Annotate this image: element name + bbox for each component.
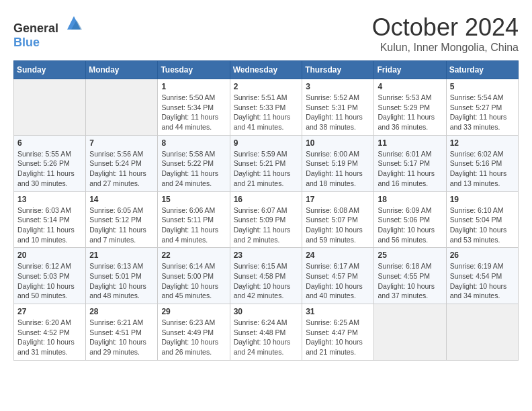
calendar-cell: 17Sunrise: 6:08 AM Sunset: 5:07 PM Dayli… bbox=[302, 191, 374, 248]
day-detail: Sunrise: 6:20 AM Sunset: 4:52 PM Dayligh… bbox=[17, 318, 82, 357]
calendar-week-3: 13Sunrise: 6:03 AM Sunset: 5:14 PM Dayli… bbox=[14, 191, 519, 248]
day-detail: Sunrise: 6:02 AM Sunset: 5:16 PM Dayligh… bbox=[450, 149, 515, 189]
calendar-week-5: 27Sunrise: 6:20 AM Sunset: 4:52 PM Dayli… bbox=[14, 304, 519, 361]
day-number: 1 bbox=[161, 82, 226, 91]
page-title: October 2024 bbox=[372, 13, 519, 42]
weekday-header-saturday: Saturday bbox=[446, 61, 518, 79]
day-detail: Sunrise: 6:05 AM Sunset: 5:12 PM Dayligh… bbox=[89, 205, 154, 245]
logo-blue: Blue bbox=[13, 36, 40, 49]
day-detail: Sunrise: 6:21 AM Sunset: 4:51 PM Dayligh… bbox=[89, 318, 154, 357]
day-number: 5 bbox=[450, 82, 515, 91]
calendar-cell: 13Sunrise: 6:03 AM Sunset: 5:14 PM Dayli… bbox=[14, 191, 86, 248]
day-number: 24 bbox=[306, 250, 370, 260]
day-detail: Sunrise: 6:13 AM Sunset: 5:01 PM Dayligh… bbox=[89, 261, 154, 301]
calendar-cell: 31Sunrise: 6:25 AM Sunset: 4:47 PM Dayli… bbox=[302, 304, 374, 361]
logo-icon bbox=[64, 13, 83, 32]
calendar-cell: 6Sunrise: 5:55 AM Sunset: 5:26 PM Daylig… bbox=[14, 135, 86, 191]
day-detail: Sunrise: 6:17 AM Sunset: 4:57 PM Dayligh… bbox=[306, 261, 370, 301]
day-detail: Sunrise: 5:56 AM Sunset: 5:24 PM Dayligh… bbox=[89, 149, 154, 189]
day-detail: Sunrise: 6:24 AM Sunset: 4:48 PM Dayligh… bbox=[234, 318, 299, 357]
weekday-header-monday: Monday bbox=[86, 61, 158, 79]
day-number: 27 bbox=[17, 307, 82, 316]
day-number: 15 bbox=[161, 195, 226, 204]
calendar-cell: 14Sunrise: 6:05 AM Sunset: 5:12 PM Dayli… bbox=[86, 191, 158, 248]
day-number: 29 bbox=[161, 307, 226, 316]
day-detail: Sunrise: 6:00 AM Sunset: 5:19 PM Dayligh… bbox=[306, 149, 370, 189]
day-detail: Sunrise: 5:51 AM Sunset: 5:33 PM Dayligh… bbox=[234, 93, 299, 132]
day-number: 31 bbox=[306, 307, 370, 316]
day-detail: Sunrise: 6:25 AM Sunset: 4:47 PM Dayligh… bbox=[306, 318, 370, 357]
calendar-cell: 29Sunrise: 6:23 AM Sunset: 4:49 PM Dayli… bbox=[158, 304, 230, 361]
day-number: 14 bbox=[89, 195, 154, 204]
day-number: 17 bbox=[306, 195, 370, 204]
calendar-cell: 1Sunrise: 5:50 AM Sunset: 5:34 PM Daylig… bbox=[158, 79, 230, 136]
day-detail: Sunrise: 6:01 AM Sunset: 5:17 PM Dayligh… bbox=[378, 149, 442, 189]
calendar-cell: 4Sunrise: 5:53 AM Sunset: 5:29 PM Daylig… bbox=[374, 79, 446, 136]
calendar-cell: 5Sunrise: 5:54 AM Sunset: 5:27 PM Daylig… bbox=[446, 79, 518, 136]
day-number: 16 bbox=[234, 195, 299, 204]
day-number: 22 bbox=[161, 250, 226, 260]
calendar-cell: 24Sunrise: 6:17 AM Sunset: 4:57 PM Dayli… bbox=[302, 248, 374, 304]
day-detail: Sunrise: 6:03 AM Sunset: 5:14 PM Dayligh… bbox=[17, 205, 82, 245]
calendar-cell: 19Sunrise: 6:10 AM Sunset: 5:04 PM Dayli… bbox=[446, 191, 518, 248]
logo-general: General bbox=[13, 21, 58, 35]
calendar-header-row: SundayMondayTuesdayWednesdayThursdayFrid… bbox=[14, 61, 519, 79]
calendar-cell bbox=[446, 304, 518, 361]
logo: General Blue bbox=[13, 13, 83, 50]
calendar-week-1: 1Sunrise: 5:50 AM Sunset: 5:34 PM Daylig… bbox=[14, 79, 519, 136]
day-detail: Sunrise: 6:08 AM Sunset: 5:07 PM Dayligh… bbox=[306, 205, 370, 245]
title-area: October 2024 Kulun, Inner Mongolia, Chin… bbox=[372, 13, 519, 54]
calendar-cell: 15Sunrise: 6:06 AM Sunset: 5:11 PM Dayli… bbox=[158, 191, 230, 248]
calendar-cell: 9Sunrise: 5:59 AM Sunset: 5:21 PM Daylig… bbox=[230, 135, 302, 191]
day-detail: Sunrise: 6:10 AM Sunset: 5:04 PM Dayligh… bbox=[450, 205, 515, 245]
calendar-cell: 20Sunrise: 6:12 AM Sunset: 5:03 PM Dayli… bbox=[14, 248, 86, 304]
day-number: 7 bbox=[89, 138, 154, 148]
day-number: 6 bbox=[17, 138, 82, 148]
day-number: 23 bbox=[234, 250, 299, 260]
weekday-header-wednesday: Wednesday bbox=[230, 61, 302, 79]
weekday-header-friday: Friday bbox=[374, 61, 446, 79]
day-number: 26 bbox=[450, 250, 515, 260]
day-detail: Sunrise: 5:59 AM Sunset: 5:21 PM Dayligh… bbox=[234, 149, 299, 189]
day-number: 20 bbox=[17, 250, 82, 260]
day-detail: Sunrise: 6:18 AM Sunset: 4:55 PM Dayligh… bbox=[378, 261, 442, 301]
calendar-cell: 26Sunrise: 6:19 AM Sunset: 4:54 PM Dayli… bbox=[446, 248, 518, 304]
day-number: 30 bbox=[234, 307, 299, 316]
day-detail: Sunrise: 6:07 AM Sunset: 5:09 PM Dayligh… bbox=[234, 205, 299, 245]
day-detail: Sunrise: 5:52 AM Sunset: 5:31 PM Dayligh… bbox=[306, 93, 370, 132]
calendar-cell: 28Sunrise: 6:21 AM Sunset: 4:51 PM Dayli… bbox=[86, 304, 158, 361]
day-detail: Sunrise: 6:19 AM Sunset: 4:54 PM Dayligh… bbox=[450, 261, 515, 301]
page-header: General Blue October 2024 Kulun, Inner M… bbox=[13, 13, 519, 54]
calendar-cell: 30Sunrise: 6:24 AM Sunset: 4:48 PM Dayli… bbox=[230, 304, 302, 361]
calendar-cell: 21Sunrise: 6:13 AM Sunset: 5:01 PM Dayli… bbox=[86, 248, 158, 304]
day-detail: Sunrise: 6:23 AM Sunset: 4:49 PM Dayligh… bbox=[161, 318, 226, 357]
calendar-cell bbox=[374, 304, 446, 361]
calendar-cell: 23Sunrise: 6:15 AM Sunset: 4:58 PM Dayli… bbox=[230, 248, 302, 304]
day-number: 19 bbox=[450, 195, 515, 204]
day-number: 25 bbox=[378, 250, 442, 260]
day-number: 4 bbox=[378, 82, 442, 91]
weekday-header-sunday: Sunday bbox=[14, 61, 86, 79]
day-number: 2 bbox=[234, 82, 299, 91]
weekday-header-thursday: Thursday bbox=[302, 61, 374, 79]
day-detail: Sunrise: 5:53 AM Sunset: 5:29 PM Dayligh… bbox=[378, 93, 442, 132]
day-number: 28 bbox=[89, 307, 154, 316]
day-detail: Sunrise: 6:14 AM Sunset: 5:00 PM Dayligh… bbox=[161, 261, 226, 301]
page-subtitle: Kulun, Inner Mongolia, China bbox=[372, 42, 519, 54]
calendar-cell: 25Sunrise: 6:18 AM Sunset: 4:55 PM Dayli… bbox=[374, 248, 446, 304]
calendar-cell: 7Sunrise: 5:56 AM Sunset: 5:24 PM Daylig… bbox=[86, 135, 158, 191]
day-detail: Sunrise: 6:06 AM Sunset: 5:11 PM Dayligh… bbox=[161, 205, 226, 245]
day-detail: Sunrise: 5:55 AM Sunset: 5:26 PM Dayligh… bbox=[17, 149, 82, 189]
calendar-cell: 16Sunrise: 6:07 AM Sunset: 5:09 PM Dayli… bbox=[230, 191, 302, 248]
day-number: 21 bbox=[89, 250, 154, 260]
day-number: 8 bbox=[161, 138, 226, 148]
calendar-cell bbox=[86, 79, 158, 136]
day-number: 18 bbox=[378, 195, 442, 204]
day-detail: Sunrise: 6:15 AM Sunset: 4:58 PM Dayligh… bbox=[234, 261, 299, 301]
calendar-cell: 2Sunrise: 5:51 AM Sunset: 5:33 PM Daylig… bbox=[230, 79, 302, 136]
day-number: 11 bbox=[378, 138, 442, 148]
day-number: 10 bbox=[306, 138, 370, 148]
calendar-week-4: 20Sunrise: 6:12 AM Sunset: 5:03 PM Dayli… bbox=[14, 248, 519, 304]
calendar-cell bbox=[14, 79, 86, 136]
day-detail: Sunrise: 5:58 AM Sunset: 5:22 PM Dayligh… bbox=[161, 149, 226, 189]
